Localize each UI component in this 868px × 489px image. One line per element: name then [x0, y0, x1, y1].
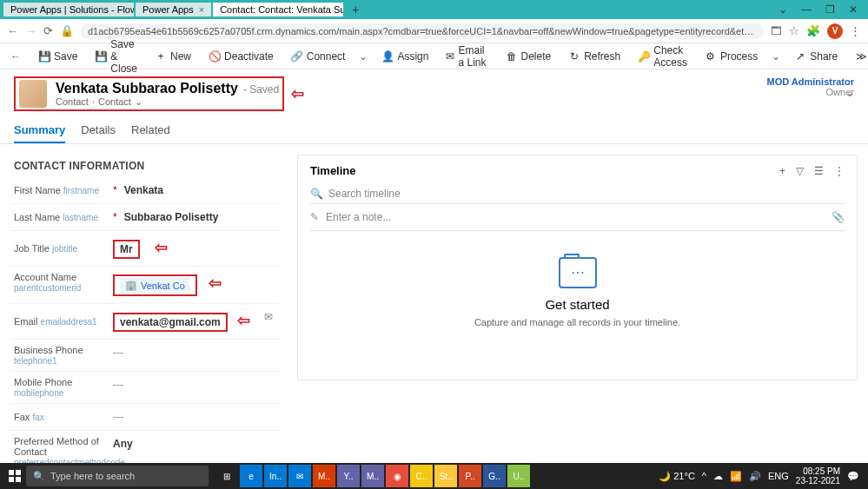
cloud-icon[interactable]: ☁	[713, 471, 723, 482]
other-app-icon[interactable]: U..	[507, 465, 530, 487]
field-businessphone[interactable]: Business Phonetelephone1 ---	[10, 340, 280, 372]
menu-icon[interactable]: ⋮	[850, 24, 861, 37]
start-button[interactable]	[3, 463, 26, 489]
reload-icon[interactable]: ⟳	[43, 24, 53, 37]
attachment-icon[interactable]: 📎	[832, 211, 845, 223]
teams-icon[interactable]: Y..	[337, 465, 360, 487]
save-close-button[interactable]: 💾Save & Close	[88, 35, 144, 78]
mail-icon[interactable]: ✉	[264, 311, 273, 323]
assign-button[interactable]: 👤Assign	[374, 47, 435, 66]
form-body: CONTACT INFORMATION First Name firstname…	[0, 144, 868, 484]
outlook-icon[interactable]: In..	[264, 465, 287, 487]
url-input[interactable]: d1acb6795ea54e61b5569c6257a0705f.crm.dyn…	[81, 23, 764, 39]
record-subtitle: Contact · Contact ⌄	[56, 96, 279, 108]
timeline-search[interactable]: 🔍 Search timeline	[310, 184, 845, 204]
tab-details[interactable]: Details	[81, 118, 116, 143]
email-link-button[interactable]: ✉Email a Link	[439, 41, 494, 72]
timeline-getstarted: Get started	[310, 297, 845, 312]
lock-icon[interactable]: 🔒	[60, 24, 74, 37]
field-mobilephone[interactable]: Mobile Phonemobilephone ---	[10, 372, 280, 404]
word-icon[interactable]: G..	[483, 465, 506, 487]
close-icon[interactable]: ×	[199, 4, 204, 15]
field-email[interactable]: Email emailaddress1 venkata@gmail.com ⇦ …	[10, 304, 280, 340]
show-hidden-icon[interactable]: ^	[702, 471, 706, 481]
more-icon[interactable]: ⋮	[834, 165, 845, 177]
apps-icon[interactable]: M..	[313, 465, 335, 487]
account-lookup[interactable]: 🏢Venkat Co	[120, 278, 190, 293]
minimize-icon[interactable]: —	[794, 3, 818, 16]
annotation-arrow-icon: ⇦	[155, 239, 168, 256]
process-icon: ⚙	[705, 50, 717, 63]
notifications-icon[interactable]: 💬	[847, 471, 859, 482]
email-value[interactable]: venkata@gmail.com	[113, 313, 228, 332]
browser-tab[interactable]: Power Apps ×	[136, 3, 211, 17]
share-button[interactable]: ↗Share	[787, 47, 845, 66]
svg-rect-0	[9, 470, 14, 475]
firstname-value[interactable]: Venkata	[121, 182, 276, 198]
tab-label: Contact: Contact: Venkata Subb...	[220, 4, 343, 15]
chrome-icon[interactable]: C..	[410, 465, 433, 487]
field-jobtitle[interactable]: Job Title jobtitle Mr ⇦	[10, 231, 280, 267]
back-icon[interactable]: ←	[7, 24, 18, 37]
browser-tab[interactable]: Power Apps | Solutions - Flows ×	[3, 3, 134, 17]
field-accountname[interactable]: Account Nameparentcustomerid 🏢Venkat Co …	[10, 267, 280, 304]
preferred-value[interactable]: Any	[109, 436, 276, 452]
timeline-note-input[interactable]: ✎ Enter a note... 📎	[310, 204, 845, 231]
flow-button[interactable]: ≫Flow	[848, 47, 868, 66]
delete-button[interactable]: 🗑Delete	[499, 47, 559, 66]
lastname-value[interactable]: Subbarao Polisetty	[121, 209, 276, 225]
jobtitle-value[interactable]: Mr	[113, 240, 140, 259]
annotation-arrow-icon: ⇦	[291, 84, 304, 103]
bookmark-icon[interactable]: ☆	[789, 24, 799, 37]
new-tab-button[interactable]: +	[345, 3, 366, 17]
check-access-button[interactable]: 🔑Check Access	[631, 41, 694, 72]
chevron-down-icon[interactable]: ⌄	[135, 96, 142, 108]
task-view-icon[interactable]: ⊞	[215, 465, 238, 487]
field-lastname[interactable]: Last Name lastname * Subbarao Polisetty	[10, 204, 280, 231]
maximize-icon[interactable]: ❐	[818, 3, 842, 16]
profile-avatar[interactable]: V	[827, 23, 843, 39]
clock[interactable]: 08:25 PM 23-12-2021	[796, 466, 840, 486]
window-close-icon[interactable]: ✕	[842, 3, 865, 16]
screenshot-icon[interactable]: ◉	[386, 465, 408, 487]
record-title: Venkata Subbarao Polisetty	[56, 81, 238, 96]
process-button[interactable]: ⚙Process	[698, 47, 765, 66]
chevron-down-icon[interactable]: ⌄	[768, 50, 784, 63]
mobilephone-value[interactable]: ---	[109, 377, 276, 393]
deactivate-button[interactable]: 🚫Deactivate	[202, 47, 281, 66]
save-button[interactable]: 💾Save	[31, 47, 84, 66]
add-icon[interactable]: +	[779, 165, 785, 177]
edge-icon[interactable]: e	[240, 465, 262, 487]
tab-summary[interactable]: Summary	[14, 118, 65, 143]
filter-icon[interactable]: ▽	[796, 165, 804, 177]
busphone-value[interactable]: ---	[109, 345, 276, 360]
connect-button[interactable]: 🔗Connect	[284, 47, 353, 66]
taskbar-search[interactable]: 🔍 Type here to search	[26, 466, 209, 486]
extensions-icon[interactable]: 🧩	[806, 24, 820, 37]
list-icon[interactable]: ☰	[814, 165, 824, 177]
teams2-icon[interactable]: M..	[361, 465, 384, 487]
form-tabs: Summary Details Related	[0, 118, 868, 144]
field-fax[interactable]: Fax fax ---	[10, 404, 280, 431]
language-indicator[interactable]: ENG	[768, 471, 789, 481]
new-button[interactable]: +New	[148, 47, 198, 66]
forward-icon[interactable]: →	[25, 24, 36, 37]
refresh-button[interactable]: ↻Refresh	[561, 47, 627, 66]
volume-icon[interactable]: 🔊	[749, 471, 761, 482]
saved-label: - Saved	[243, 83, 279, 96]
chevron-down-icon[interactable]: ⌄	[355, 50, 371, 63]
translate-icon[interactable]: 🗔	[771, 24, 782, 37]
browser-tab-active[interactable]: Contact: Contact: Venkata Subb... ×	[213, 3, 343, 17]
explorer-icon[interactable]: St..	[434, 465, 457, 487]
owner-field[interactable]: MOD Administrator Owner	[767, 76, 854, 97]
chevron-down-icon[interactable]: ⌄	[772, 3, 794, 16]
powerpoint-icon[interactable]: P..	[459, 465, 481, 487]
weather-icon[interactable]: 🌙 21°C	[659, 471, 695, 482]
nav-back-icon[interactable]: ←	[10, 50, 21, 63]
mail-app-icon[interactable]: ✉	[288, 465, 311, 487]
wifi-icon[interactable]: 📶	[730, 471, 742, 482]
tab-related[interactable]: Related	[131, 118, 170, 143]
chevron-down-icon[interactable]: ⌄	[845, 87, 854, 99]
fax-value[interactable]: ---	[109, 409, 276, 425]
field-firstname[interactable]: First Name firstname * Venkata	[10, 177, 280, 204]
